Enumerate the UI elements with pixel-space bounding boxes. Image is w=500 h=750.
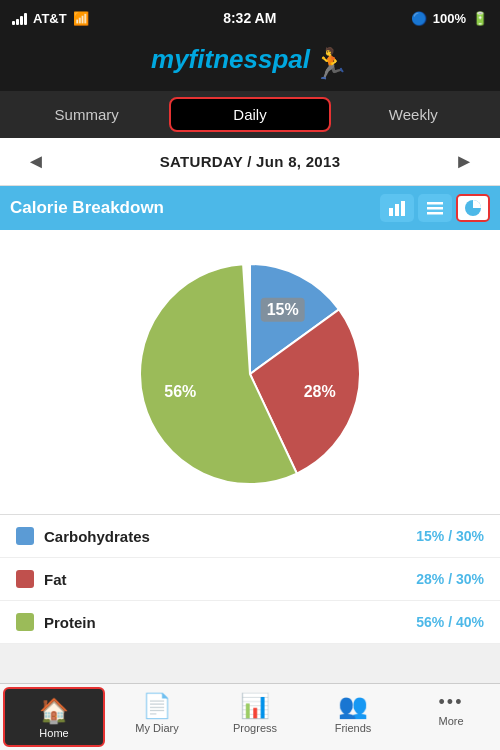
fat-value: 28% / 30% — [416, 571, 484, 587]
svg-text:28%: 28% — [304, 383, 336, 400]
nav-friends[interactable]: 👥 Friends — [304, 684, 402, 750]
protein-value: 56% / 40% — [416, 614, 484, 630]
svg-rect-2 — [401, 201, 405, 216]
nav-diary[interactable]: 📄 My Diary — [108, 684, 206, 750]
friends-icon: 👥 — [338, 692, 368, 720]
logo-bar: myfitnesspal🏃 — [0, 36, 500, 91]
status-battery: 🔵 100% 🔋 — [411, 11, 488, 26]
tab-daily[interactable]: Daily — [169, 97, 330, 132]
battery-icon: 🔋 — [472, 11, 488, 26]
diary-icon: 📄 — [142, 692, 172, 720]
legend-row-fat: Fat 28% / 30% — [0, 558, 500, 601]
carbs-value: 15% / 30% — [416, 528, 484, 544]
nav-progress[interactable]: 📊 Progress — [206, 684, 304, 750]
legend-row-protein: Protein 56% / 40% — [0, 601, 500, 644]
section-title: Calorie Breakdown — [10, 198, 164, 218]
friends-label: Friends — [335, 722, 372, 734]
current-date: SATURDAY / Jun 8, 2013 — [160, 153, 341, 170]
bottom-navigation: 🏠 Home 📄 My Diary 📊 Progress 👥 Friends •… — [0, 683, 500, 750]
app-logo: myfitnesspal — [151, 44, 310, 74]
bluetooth-icon: 🔵 — [411, 11, 427, 26]
more-label: More — [438, 715, 463, 727]
pie-labels-svg: 15%28%56% — [130, 254, 370, 494]
carrier-label: AT&T — [33, 11, 67, 26]
legend-row-carbs: Carbohydrates 15% / 30% — [0, 515, 500, 558]
wifi-icon: 📶 — [73, 11, 89, 26]
date-navigation: ◄ SATURDAY / Jun 8, 2013 ► — [0, 138, 500, 186]
tab-weekly[interactable]: Weekly — [335, 97, 492, 132]
svg-text:15%: 15% — [267, 301, 299, 318]
carbs-color-swatch — [16, 527, 34, 545]
protein-color-swatch — [16, 613, 34, 631]
pie-chart-icon — [464, 199, 482, 217]
svg-text:56%: 56% — [164, 383, 196, 400]
svg-rect-0 — [389, 208, 393, 216]
list-chart-button[interactable] — [418, 194, 452, 222]
logo-figure: 🏃 — [312, 46, 349, 81]
fat-color-swatch — [16, 570, 34, 588]
home-icon: 🏠 — [39, 697, 69, 725]
status-carrier: AT&T 📶 — [12, 11, 89, 26]
bar-chart-button[interactable] — [380, 194, 414, 222]
nav-more[interactable]: ••• More — [402, 684, 500, 750]
protein-label: Protein — [44, 614, 416, 631]
nav-home[interactable]: 🏠 Home — [3, 687, 105, 747]
pie-chart: 15%28%56% — [130, 254, 370, 494]
list-chart-icon — [426, 200, 444, 216]
svg-rect-4 — [427, 207, 443, 210]
chart-view-controls — [380, 194, 490, 222]
signal-icon — [12, 12, 27, 25]
progress-icon: 📊 — [240, 692, 270, 720]
tab-navigation: Summary Daily Weekly — [0, 91, 500, 138]
section-header: Calorie Breakdown — [0, 186, 500, 230]
chart-area: 15%28%56% — [0, 230, 500, 514]
battery-label: 100% — [433, 11, 466, 26]
more-icon: ••• — [439, 692, 464, 713]
tab-summary[interactable]: Summary — [8, 97, 165, 132]
diary-label: My Diary — [135, 722, 178, 734]
fat-label: Fat — [44, 571, 416, 588]
svg-rect-3 — [427, 202, 443, 205]
next-date-button[interactable]: ► — [444, 146, 484, 177]
progress-label: Progress — [233, 722, 277, 734]
status-bar: AT&T 📶 8:32 AM 🔵 100% 🔋 — [0, 0, 500, 36]
home-label: Home — [39, 727, 68, 739]
legend: Carbohydrates 15% / 30% Fat 28% / 30% Pr… — [0, 514, 500, 644]
pie-chart-button[interactable] — [456, 194, 490, 222]
bar-chart-icon — [388, 200, 406, 216]
svg-rect-5 — [427, 212, 443, 215]
carbs-label: Carbohydrates — [44, 528, 416, 545]
status-time: 8:32 AM — [223, 10, 276, 26]
svg-rect-1 — [395, 204, 399, 216]
prev-date-button[interactable]: ◄ — [16, 146, 56, 177]
